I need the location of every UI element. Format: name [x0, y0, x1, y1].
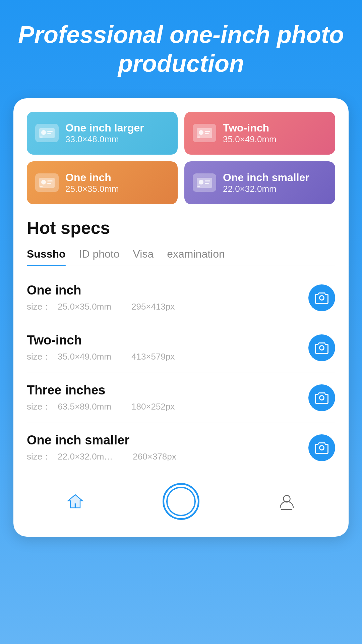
- bottom-nav: [27, 476, 335, 523]
- svg-rect-3: [47, 133, 51, 134]
- camera-button-two-inch[interactable]: [308, 334, 335, 361]
- spec-details-two-inch: size： 35.0×49.0mm 413×579px: [27, 351, 308, 363]
- profile-nav-button[interactable]: [278, 492, 296, 511]
- camera-button-one-inch[interactable]: [308, 284, 335, 311]
- spec-info-one-inch: One inch size： 25.0×35.0mm 295×413px: [27, 283, 308, 313]
- spec-item-one-inch-smaller: One inch smaller size： 22.0×32.0m… 260×3…: [27, 423, 335, 473]
- spec-details-one-inch-smaller: size： 22.0×32.0m… 260×378px: [27, 451, 308, 463]
- tile-two-inch[interactable]: Two-inch 35.0×49.0mm: [184, 112, 335, 155]
- tabs-bar: Sussho ID photo Visa examination: [27, 248, 335, 266]
- svg-rect-13: [47, 183, 51, 184]
- svg-point-6: [199, 130, 203, 135]
- main-card: One inch larger 33.0×48.0mm Two-inch 35.…: [13, 98, 349, 537]
- svg-rect-8: [205, 133, 209, 134]
- spec-info-three-inches: Three inches size： 63.5×89.0mm 180×252px: [27, 383, 308, 413]
- svg-rect-18: [205, 183, 209, 184]
- id-card-icon-pink: [193, 124, 216, 142]
- svg-point-16: [199, 180, 203, 184]
- hot-specs-title: Hot specs: [27, 218, 335, 238]
- camera-button-three-inches[interactable]: [308, 384, 335, 411]
- svg-rect-4: [40, 137, 43, 138]
- svg-rect-19: [197, 186, 200, 187]
- spec-details-three-inches: size： 63.5×89.0mm 180×252px: [27, 401, 308, 413]
- svg-rect-17: [205, 180, 210, 181]
- tab-visa[interactable]: Visa: [133, 248, 154, 266]
- id-card-icon-blue: [35, 124, 59, 142]
- tile-one-inch-larger[interactable]: One inch larger 33.0×48.0mm: [27, 112, 178, 155]
- svg-rect-2: [47, 131, 53, 132]
- spec-details-one-inch: size： 25.0×35.0mm 295×413px: [27, 301, 308, 313]
- svg-rect-12: [47, 180, 53, 181]
- spec-item-two-inch: Two-inch size： 35.0×49.0mm 413×579px: [27, 323, 335, 373]
- tile-one-inch-smaller-text: One inch smaller 22.0×32.0mm: [223, 171, 309, 194]
- svg-rect-9: [197, 137, 200, 138]
- tile-one-inch-text: One inch 25.0×35.0mm: [65, 171, 119, 194]
- tile-one-inch-larger-text: One inch larger 33.0×48.0mm: [65, 122, 144, 145]
- svg-rect-7: [205, 131, 210, 132]
- tab-id-photo[interactable]: ID photo: [79, 248, 120, 266]
- svg-point-11: [41, 180, 46, 184]
- tile-one-inch-smaller[interactable]: One inch smaller 22.0×32.0mm: [184, 161, 335, 204]
- tile-two-inch-text: Two-inch 35.0×49.0mm: [223, 122, 277, 145]
- svg-rect-14: [40, 186, 43, 187]
- hero-title: Professional one-inch photo production: [13, 20, 349, 78]
- spec-item-three-inches: Three inches size： 63.5×89.0mm 180×252px: [27, 373, 335, 423]
- id-card-icon-purple: [193, 173, 216, 192]
- camera-button-one-inch-smaller[interactable]: [308, 434, 335, 461]
- photo-grid: One inch larger 33.0×48.0mm Two-inch 35.…: [27, 112, 335, 204]
- id-card-icon-orange: [35, 173, 59, 192]
- tab-sussho[interactable]: Sussho: [27, 248, 66, 266]
- spec-info-two-inch: Two-inch size： 35.0×49.0mm 413×579px: [27, 333, 308, 363]
- spec-list: One inch size： 25.0×35.0mm 295×413px Two…: [27, 273, 335, 473]
- center-camera-button[interactable]: [163, 483, 199, 520]
- tile-one-inch[interactable]: One inch 25.0×35.0mm: [27, 161, 178, 204]
- spec-info-one-inch-smaller: One inch smaller size： 22.0×32.0m… 260×3…: [27, 433, 308, 463]
- spec-item-one-inch: One inch size： 25.0×35.0mm 295×413px: [27, 273, 335, 323]
- tab-examination[interactable]: examination: [167, 248, 225, 266]
- svg-point-1: [41, 130, 46, 135]
- home-nav-button[interactable]: [66, 492, 84, 511]
